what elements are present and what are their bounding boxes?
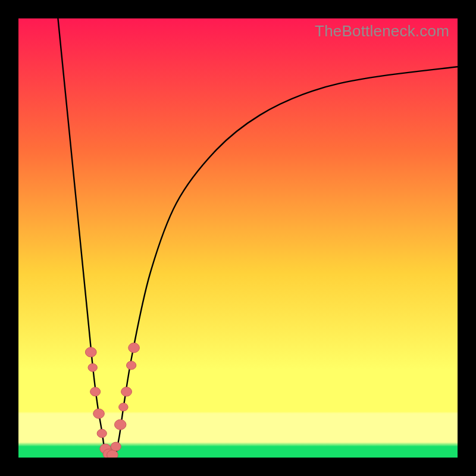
data-point bbox=[93, 409, 105, 418]
chart-frame: TheBottleneck.com bbox=[0, 0, 476, 476]
gradient-background bbox=[18, 18, 458, 458]
data-point bbox=[90, 387, 101, 396]
data-point bbox=[121, 387, 132, 397]
data-point bbox=[129, 343, 140, 352]
chart-svg bbox=[18, 18, 458, 458]
data-point bbox=[127, 361, 136, 369]
data-point bbox=[114, 419, 126, 430]
data-point bbox=[119, 403, 128, 411]
data-point bbox=[88, 364, 97, 371]
data-point bbox=[85, 347, 96, 357]
data-point bbox=[111, 442, 121, 451]
data-point bbox=[97, 429, 107, 437]
plot-area: TheBottleneck.com bbox=[18, 18, 458, 458]
